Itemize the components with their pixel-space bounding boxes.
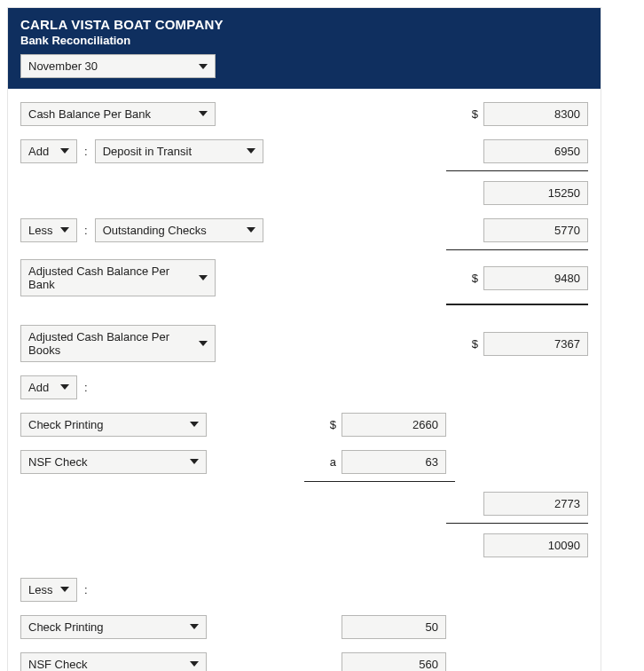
- colon: :: [82, 145, 90, 158]
- outstanding-checks-select[interactable]: Outstanding Checks: [95, 218, 263, 242]
- select-value: Add: [28, 145, 49, 158]
- chevron-down-icon: [60, 587, 69, 592]
- check-printing-select-1[interactable]: Check Printing: [20, 413, 207, 437]
- select-value: NSF Check: [28, 658, 87, 671]
- currency-symbol: $: [467, 272, 478, 285]
- reconciliation-card: CARLA VISTA BOAT COMPANY Bank Reconcilia…: [7, 7, 601, 671]
- deposit-in-transit-select[interactable]: Deposit in Transit: [95, 139, 263, 163]
- chevron-down-icon: [199, 64, 208, 69]
- bank-subtotal-after-add-input[interactable]: [483, 181, 588, 205]
- chevron-down-icon: [60, 384, 69, 390]
- less-check-printing-input[interactable]: [342, 615, 446, 639]
- add-check-printing-input[interactable]: [342, 413, 446, 437]
- chevron-down-icon: [199, 111, 208, 116]
- deposit-in-transit-input[interactable]: [483, 139, 588, 163]
- select-value: Deposit in Transit: [103, 145, 192, 158]
- nsf-check-select-2[interactable]: NSF Check: [20, 652, 207, 672]
- colon: :: [82, 224, 90, 237]
- less-select-2[interactable]: Less: [20, 578, 77, 602]
- select-value: NSF Check: [28, 455, 87, 469]
- add-select-1[interactable]: Add: [20, 139, 77, 163]
- outstanding-checks-input[interactable]: [483, 218, 588, 242]
- rule: [304, 481, 455, 482]
- rule-double: [446, 304, 588, 305]
- add-nsf-check-input[interactable]: [342, 450, 446, 474]
- select-value: Outstanding Checks: [103, 224, 207, 237]
- select-value: Cash Balance Per Bank: [28, 107, 151, 121]
- cash-balance-per-bank-select[interactable]: Cash Balance Per Bank: [20, 102, 216, 126]
- chevron-down-icon: [199, 275, 208, 280]
- cash-balance-per-bank-input[interactable]: [483, 102, 588, 126]
- less-select-1[interactable]: Less: [20, 218, 77, 242]
- select-value: Less: [28, 583, 52, 596]
- chevron-down-icon: [60, 148, 69, 154]
- date-select-value: November 30: [28, 59, 98, 73]
- chevron-down-icon: [190, 422, 199, 427]
- card-header: CARLA VISTA BOAT COMPANY Bank Reconcilia…: [8, 8, 601, 89]
- select-value: Adjusted Cash Balance Per Bank: [28, 264, 192, 291]
- card-body: Cash Balance Per Bank $ Add :: [8, 89, 601, 671]
- select-value: Check Printing: [28, 620, 104, 634]
- chevron-down-icon: [247, 227, 255, 233]
- less-nsf-check-input[interactable]: [342, 652, 446, 672]
- adjusted-cash-balance-bank-select[interactable]: Adjusted Cash Balance Per Bank: [20, 259, 216, 296]
- rule: [446, 249, 588, 250]
- currency-symbol: $: [467, 337, 478, 351]
- card-subtitle: Bank Reconciliation: [20, 34, 588, 47]
- currency-symbol: $: [326, 418, 336, 431]
- chevron-down-icon: [190, 661, 199, 667]
- chevron-down-icon: [190, 624, 199, 629]
- check-printing-select-2[interactable]: Check Printing: [20, 615, 207, 639]
- rule: [446, 523, 588, 524]
- adjusted-cash-balance-books-select-1[interactable]: Adjusted Cash Balance Per Books: [20, 325, 216, 362]
- colon: :: [82, 381, 90, 394]
- chevron-down-icon: [190, 459, 199, 464]
- date-select[interactable]: November 30: [20, 54, 216, 78]
- add-subtotal-input[interactable]: [483, 492, 588, 516]
- chevron-down-icon: [60, 227, 69, 233]
- adjusted-cash-balance-books-input-1[interactable]: [483, 332, 588, 356]
- rule: [446, 170, 588, 171]
- select-value: Check Printing: [28, 418, 104, 431]
- currency-symbol: $: [467, 107, 478, 121]
- select-value: Add: [28, 381, 49, 394]
- chevron-down-icon: [199, 341, 208, 346]
- select-value: Adjusted Cash Balance Per Books: [28, 330, 192, 357]
- chevron-down-icon: [247, 148, 255, 154]
- label-a: a: [326, 455, 336, 469]
- books-after-add-input[interactable]: [483, 533, 588, 557]
- select-value: Less: [28, 224, 52, 237]
- company-name: CARLA VISTA BOAT COMPANY: [20, 17, 588, 32]
- add-select-2[interactable]: Add: [20, 375, 77, 399]
- nsf-check-select-1[interactable]: NSF Check: [20, 450, 207, 474]
- colon: :: [82, 583, 90, 596]
- adjusted-cash-balance-bank-input[interactable]: [483, 266, 588, 290]
